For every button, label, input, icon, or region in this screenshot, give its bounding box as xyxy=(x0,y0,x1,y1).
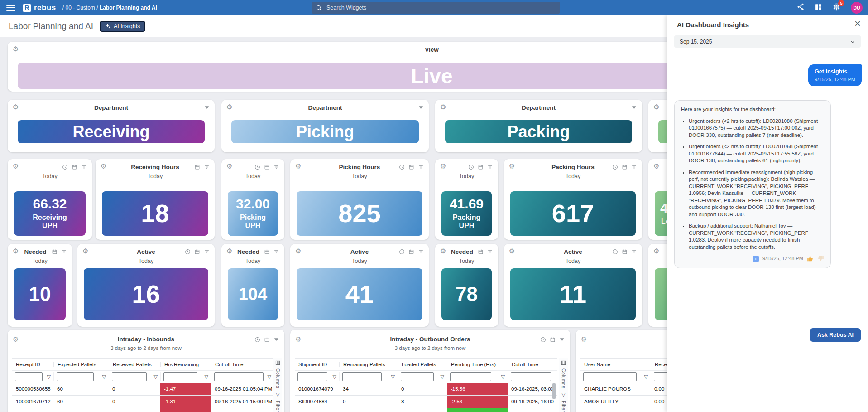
filter-icon[interactable] xyxy=(204,105,210,111)
clock-icon[interactable] xyxy=(185,249,191,255)
gear-icon[interactable]: ⚙ xyxy=(440,103,446,110)
funnel-icon[interactable]: ▽ xyxy=(102,374,106,380)
column-filter-input[interactable] xyxy=(511,372,551,381)
gear-icon[interactable]: ⚙ xyxy=(440,163,446,170)
column-header[interactable]: Shipment ID xyxy=(295,362,339,367)
thumbs-up-icon[interactable] xyxy=(807,255,814,262)
calendar-icon[interactable] xyxy=(194,249,200,255)
funnel-icon[interactable]: ▽ xyxy=(501,374,505,380)
calendar-icon[interactable] xyxy=(264,249,270,255)
column-header[interactable]: Pending Time (Hrs) xyxy=(447,362,508,367)
funnel-icon[interactable]: ▽ xyxy=(441,374,444,380)
gear-icon[interactable]: ⚙ xyxy=(653,103,659,110)
gear-icon[interactable]: ⚙ xyxy=(295,163,301,170)
column-header[interactable]: Expected Pallets xyxy=(53,362,109,367)
funnel-icon[interactable]: ▽ xyxy=(154,374,158,380)
column-header[interactable]: Remaining Pallets xyxy=(339,362,398,367)
rebus-logo[interactable]: R rebus xyxy=(23,3,56,12)
clock-icon[interactable] xyxy=(62,164,68,170)
gear-icon[interactable]: ⚙ xyxy=(13,45,19,52)
gear-icon[interactable]: ⚙ xyxy=(82,247,88,254)
filter-icon[interactable] xyxy=(418,105,424,111)
dashboards-grid-icon[interactable] xyxy=(815,3,822,13)
clock-icon[interactable] xyxy=(468,164,474,170)
column-filter-input[interactable] xyxy=(583,372,637,381)
calendar-icon[interactable] xyxy=(408,249,414,255)
filters-toolbar-label[interactable]: Filters xyxy=(275,401,281,412)
column-header[interactable]: Hrs Remaining xyxy=(160,362,211,367)
funnel-icon[interactable]: ▽ xyxy=(205,374,208,380)
gear-icon[interactable]: ⚙ xyxy=(13,336,19,343)
close-icon[interactable]: × xyxy=(854,18,861,29)
clock-icon[interactable] xyxy=(540,337,546,343)
column-filter-input[interactable] xyxy=(342,372,382,381)
gear-icon[interactable]: ⚙ xyxy=(226,247,232,254)
gear-icon[interactable]: ⚙ xyxy=(295,336,301,343)
calendar-icon[interactable] xyxy=(550,337,556,343)
clock-icon[interactable] xyxy=(254,164,260,170)
columns-toolbar-label[interactable]: Columns xyxy=(561,368,566,388)
funnel-icon[interactable]: ▽ xyxy=(333,374,336,380)
gear-icon[interactable]: ⚙ xyxy=(13,163,19,170)
funnel-icon[interactable]: ▽ xyxy=(276,392,279,397)
filter-icon[interactable] xyxy=(204,249,210,255)
calendar-icon[interactable] xyxy=(408,164,414,170)
calendar-icon[interactable] xyxy=(194,164,200,170)
filter-icon[interactable] xyxy=(81,164,87,170)
table-row[interactable]: 100001679712 60 0 -1.31 09-16-2025 01:15… xyxy=(12,395,274,408)
globe-notifications-icon[interactable]: 5 xyxy=(832,3,841,13)
table-row[interactable]: 010001680669 13 4 3 09-16-2025, 21:33 xyxy=(295,408,557,412)
calendar-icon[interactable] xyxy=(478,164,484,170)
ask-rebus-ai-button[interactable]: Ask Rebus AI xyxy=(810,328,861,342)
user-avatar[interactable]: DU xyxy=(851,2,863,14)
gear-icon[interactable]: ⚙ xyxy=(509,247,515,254)
filter-icon[interactable] xyxy=(273,164,279,170)
filter-icon[interactable] xyxy=(204,164,210,170)
columns-toolbar-label[interactable]: Columns xyxy=(275,368,281,388)
calendar-icon[interactable] xyxy=(264,337,270,343)
gear-icon[interactable]: ⚙ xyxy=(440,247,446,254)
hamburger-menu-icon[interactable] xyxy=(6,5,15,11)
calendar-icon[interactable] xyxy=(478,249,484,255)
calendar-icon[interactable] xyxy=(264,164,270,170)
info-icon[interactable]: i xyxy=(753,256,759,262)
calendar-icon[interactable] xyxy=(622,164,628,170)
gear-icon[interactable]: ⚙ xyxy=(226,163,232,170)
clock-icon[interactable] xyxy=(612,249,618,255)
column-header[interactable]: Received Pallets xyxy=(109,362,160,367)
column-header[interactable]: Loaded Pallets xyxy=(398,362,447,367)
breadcrumb-item-custom[interactable]: 00 - Custom xyxy=(65,5,95,11)
filter-icon[interactable] xyxy=(631,105,637,111)
search-input[interactable] xyxy=(326,4,556,11)
filter-icon[interactable] xyxy=(487,249,493,255)
widget-search[interactable] xyxy=(312,2,560,14)
filters-toolbar-label[interactable]: Filters xyxy=(561,401,566,412)
share-icon[interactable] xyxy=(796,3,805,13)
filter-icon[interactable] xyxy=(631,249,637,255)
calendar-icon[interactable] xyxy=(622,249,628,255)
column-filter-input[interactable] xyxy=(214,372,264,381)
insight-date-selector[interactable]: Sep 15, 2025 xyxy=(674,35,861,48)
column-filter-input[interactable] xyxy=(15,372,43,381)
column-filter-input[interactable] xyxy=(57,372,94,381)
column-filter-input[interactable] xyxy=(401,372,434,381)
column-header[interactable]: User Name xyxy=(580,362,651,367)
funnel-icon[interactable]: ▽ xyxy=(268,374,271,380)
funnel-icon[interactable]: ▽ xyxy=(47,374,51,380)
ai-insights-button[interactable]: AI Insights xyxy=(100,21,145,32)
table-row[interactable]: 010001674079 34 0 -15.56 09-16-2025, 03:… xyxy=(295,383,557,395)
gear-icon[interactable]: ⚙ xyxy=(509,163,515,170)
table-scrollbar[interactable] xyxy=(552,383,556,399)
gear-icon[interactable]: ⚙ xyxy=(101,163,106,170)
filter-icon[interactable] xyxy=(631,164,637,170)
table-row[interactable]: 500000530655 60 0 -1.47 09-16-2025 01:05… xyxy=(12,383,274,395)
filter-icon[interactable] xyxy=(418,249,424,255)
table-row[interactable]: 100001681848 60 0 -1.31 09-16-2025 01:15… xyxy=(12,408,274,412)
funnel-icon[interactable]: ▽ xyxy=(561,392,565,397)
column-filter-input[interactable] xyxy=(112,372,147,381)
gear-icon[interactable]: ⚙ xyxy=(653,247,659,254)
calendar-icon[interactable] xyxy=(72,164,77,170)
filter-icon[interactable] xyxy=(559,337,565,343)
column-filter-input[interactable] xyxy=(163,372,197,381)
gear-icon[interactable]: ⚙ xyxy=(295,247,301,254)
